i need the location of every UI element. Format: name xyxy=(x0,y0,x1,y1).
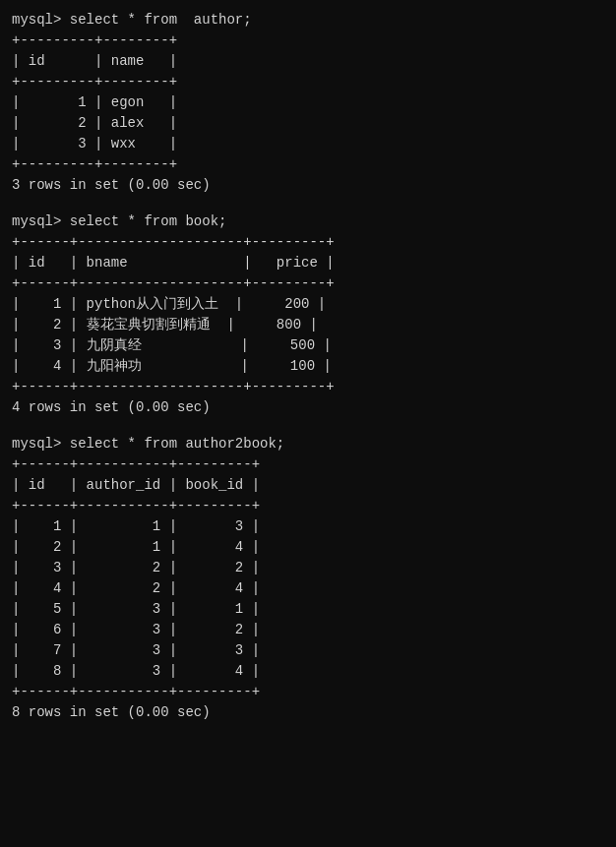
table-top-border-book: +------+--------------------+---------+ xyxy=(12,232,604,253)
result-book: 4 rows in set (0.00 sec) xyxy=(12,397,604,418)
table-row-author-2: | 2 | alex | xyxy=(12,113,604,134)
table-top-border-author2book: +------+-----------+---------+ xyxy=(12,454,604,475)
table-header-author: | id | name | xyxy=(12,51,604,72)
table-row-book-4: | 4 | 九阳神功 | 100 | xyxy=(12,356,604,377)
table-header-border-author: +---------+--------+ xyxy=(12,72,604,92)
query-block-author: mysql> select * from author; +---------+… xyxy=(12,10,604,196)
table-bottom-border-author2book: +------+-----------+---------+ xyxy=(12,682,604,702)
query-block-author2book: mysql> select * from author2book; +-----… xyxy=(12,434,604,723)
table-row-a2b-8: | 8 | 3 | 4 | xyxy=(12,661,604,682)
table-bottom-border-author: +---------+--------+ xyxy=(12,154,604,175)
table-header-border-book: +------+--------------------+---------+ xyxy=(12,273,604,294)
table-row-a2b-4: | 4 | 2 | 4 | xyxy=(12,578,604,599)
command-author: mysql> select * from author; xyxy=(12,10,604,30)
table-bottom-border-book: +------+--------------------+---------+ xyxy=(12,377,604,397)
table-row-a2b-5: | 5 | 3 | 1 | xyxy=(12,599,604,620)
table-row-book-3: | 3 | 九阴真经 | 500 | xyxy=(12,335,604,356)
table-row-a2b-3: | 3 | 2 | 2 | xyxy=(12,558,604,578)
table-row-a2b-1: | 1 | 1 | 3 | xyxy=(12,516,604,537)
table-top-border-author: +---------+--------+ xyxy=(12,30,604,51)
table-row-author-3: | 3 | wxx | xyxy=(12,134,604,154)
command-author2book: mysql> select * from author2book; xyxy=(12,434,604,454)
table-row-a2b-2: | 2 | 1 | 4 | xyxy=(12,537,604,558)
query-block-book: mysql> select * from book; +------+-----… xyxy=(12,212,604,418)
table-header-border-author2book: +------+-----------+---------+ xyxy=(12,496,604,516)
terminal-container: mysql> select * from author; +---------+… xyxy=(12,10,604,723)
table-row-author-1: | 1 | egon | xyxy=(12,92,604,113)
table-row-a2b-7: | 7 | 3 | 3 | xyxy=(12,640,604,661)
table-row-a2b-6: | 6 | 3 | 2 | xyxy=(12,620,604,640)
result-author2book: 8 rows in set (0.00 sec) xyxy=(12,702,604,723)
table-header-book: | id | bname | price | xyxy=(12,253,604,273)
table-header-author2book: | id | author_id | book_id | xyxy=(12,475,604,496)
result-author: 3 rows in set (0.00 sec) xyxy=(12,175,604,196)
command-book: mysql> select * from book; xyxy=(12,212,604,232)
table-row-book-1: | 1 | python从入门到入土 | 200 | xyxy=(12,294,604,315)
table-row-book-2: | 2 | 葵花宝典切割到精通 | 800 | xyxy=(12,315,604,335)
